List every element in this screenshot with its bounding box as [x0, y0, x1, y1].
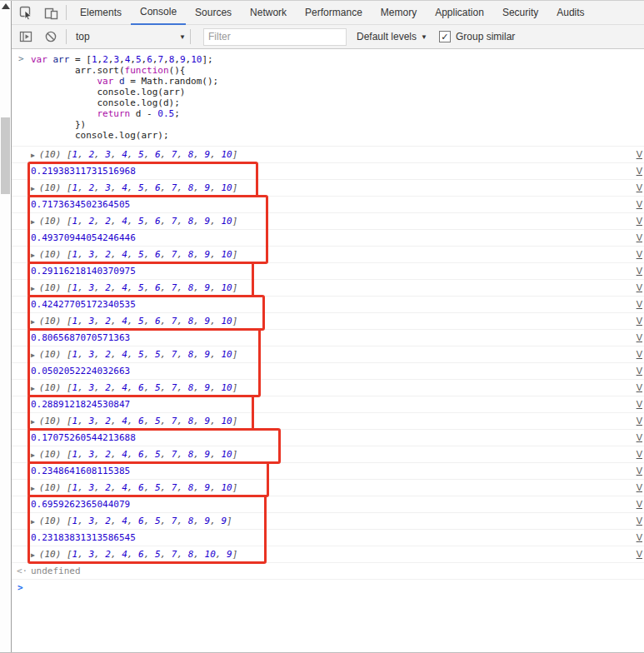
- source-link[interactable]: V: [637, 530, 642, 546]
- expand-triangle-icon[interactable]: ▶: [31, 247, 35, 263]
- code-line: return d - 0.5;: [31, 108, 644, 119]
- source-link[interactable]: V: [637, 263, 642, 279]
- source-link[interactable]: V: [637, 396, 642, 412]
- source-link[interactable]: V: [637, 297, 642, 312]
- source-link[interactable]: V: [637, 247, 642, 262]
- code-line: console.log(arr);: [31, 130, 644, 141]
- tab-performance[interactable]: Performance: [296, 1, 372, 25]
- filter-input[interactable]: [203, 28, 347, 46]
- log-levels-dropdown[interactable]: Default levels ▼: [357, 31, 427, 42]
- input-chevron-icon: >: [18, 53, 24, 64]
- source-link[interactable]: V: [637, 346, 642, 362]
- console-log-array: ▶(10) [1, 3, 2, 4, 5, 5, 7, 8, 9, 10]V: [12, 346, 644, 363]
- console-log-number: 0.2889121824530847V: [12, 396, 644, 413]
- toolbar-separator: [190, 29, 191, 44]
- page-scrollbar[interactable]: [0, 1, 12, 652]
- device-toolbar-icon: [44, 6, 58, 20]
- console-log-number: 0.7173634502364505V: [12, 197, 644, 213]
- tab-sources[interactable]: Sources: [186, 1, 241, 25]
- toggle-device-toolbar-button[interactable]: [40, 2, 62, 22]
- source-link[interactable]: V: [637, 230, 642, 246]
- devtools-tabbar: Elements Console Sources Network Perform…: [12, 1, 644, 25]
- tab-elements[interactable]: Elements: [71, 1, 131, 25]
- tab-audits[interactable]: Audits: [547, 1, 593, 25]
- source-link[interactable]: V: [637, 496, 642, 512]
- tab-network[interactable]: Network: [241, 1, 296, 25]
- console-log-array: ▶(10) [1, 3, 2, 4, 6, 5, 7, 8, 9, 10]V: [12, 380, 644, 396]
- result-arrow-icon: <·: [17, 563, 27, 579]
- console-log-number: 0.6959262365044079V: [12, 496, 644, 513]
- console-log-array: ▶(10) [1, 3, 2, 4, 5, 6, 7, 8, 9, 10]V: [12, 313, 644, 330]
- source-link[interactable]: V: [637, 180, 642, 196]
- source-link[interactable]: V: [637, 380, 642, 396]
- console-log-array: ▶(10) [1, 2, 3, 4, 5, 6, 7, 8, 9, 10]V: [12, 180, 644, 197]
- console-log-number: 0.2348641608115385V: [12, 463, 644, 480]
- code-line: arr.sort(function(){: [31, 65, 644, 76]
- show-console-sidebar-button[interactable]: [15, 27, 37, 47]
- source-link[interactable]: V: [637, 197, 642, 212]
- source-link[interactable]: V: [637, 280, 642, 296]
- console-toolbar: top ▼ Default levels ▼ ✓ Group similar: [12, 25, 644, 49]
- tab-application[interactable]: Application: [426, 1, 493, 25]
- source-link[interactable]: V: [637, 430, 642, 446]
- console-log-array: ▶(10) [1, 3, 2, 4, 6, 5, 7, 8, 9, 9]V: [12, 513, 644, 530]
- console-input-echo: > var arr = [1,2,3,4,5,6,7,8,9,10]; arr.…: [12, 49, 644, 147]
- source-link[interactable]: V: [637, 413, 642, 429]
- source-link[interactable]: V: [637, 446, 642, 462]
- devtools-window: Elements Console Sources Network Perform…: [0, 0, 644, 653]
- expand-triangle-icon[interactable]: ▶: [31, 381, 35, 396]
- source-link[interactable]: V: [637, 147, 642, 162]
- clear-console-button[interactable]: [40, 27, 62, 47]
- expand-triangle-icon[interactable]: ▶: [31, 281, 35, 297]
- expand-triangle-icon[interactable]: ▶: [31, 547, 35, 563]
- expand-triangle-icon[interactable]: ▶: [31, 147, 35, 163]
- source-link[interactable]: V: [637, 213, 642, 229]
- tab-console[interactable]: Console: [131, 1, 186, 25]
- source-link[interactable]: V: [637, 313, 642, 329]
- group-similar-toggle[interactable]: ✓ Group similar: [439, 31, 515, 42]
- expand-triangle-icon[interactable]: ▶: [31, 414, 35, 430]
- context-selector[interactable]: top ▼: [76, 31, 186, 42]
- scroll-up-arrow-icon[interactable]: [2, 3, 10, 9]
- source-link[interactable]: V: [637, 163, 642, 179]
- expand-triangle-icon[interactable]: ▶: [31, 181, 35, 197]
- inspect-element-button[interactable]: [15, 2, 37, 22]
- console-log-number: 0.17075260544213688V: [12, 430, 644, 446]
- tab-memory[interactable]: Memory: [372, 1, 426, 25]
- console-log-number: 0.29116218140370975V: [12, 263, 644, 280]
- console-messages-pane: > var arr = [1,2,3,4,5,6,7,8,9,10]; arr.…: [12, 49, 644, 652]
- source-link[interactable]: V: [637, 363, 642, 379]
- devtools-panel: Elements Console Sources Network Perform…: [12, 1, 644, 652]
- expand-triangle-icon[interactable]: ▶: [31, 214, 35, 230]
- scrollbar-thumb[interactable]: [1, 117, 10, 194]
- expand-triangle-icon[interactable]: ▶: [31, 514, 35, 530]
- context-selected-label: top: [76, 31, 90, 42]
- group-similar-checkbox[interactable]: ✓: [439, 31, 451, 42]
- console-log-number: 0.0502052224032663V: [12, 363, 644, 380]
- console-log-array: ▶(10) [1, 3, 2, 4, 6, 5, 7, 8, 9, 10]V: [12, 480, 644, 496]
- expand-triangle-icon[interactable]: ▶: [31, 447, 35, 463]
- source-link[interactable]: V: [637, 480, 642, 496]
- source-link[interactable]: V: [637, 330, 642, 346]
- code-line: var d = Math.random();: [31, 76, 644, 87]
- console-result-row: <· undefined: [12, 563, 644, 580]
- tab-security[interactable]: Security: [493, 1, 547, 25]
- source-link[interactable]: V: [637, 546, 642, 562]
- console-input-code: var arr = [1,2,3,4,5,6,7,8,9,10]; arr.so…: [31, 54, 644, 141]
- source-link[interactable]: V: [637, 513, 642, 529]
- expand-triangle-icon[interactable]: ▶: [31, 481, 35, 496]
- console-log-array: ▶(10) [1, 3, 2, 4, 6, 5, 7, 8, 9, 10]V: [12, 413, 644, 430]
- expand-triangle-icon[interactable]: ▶: [31, 347, 35, 363]
- code-line: console.log(d);: [31, 97, 644, 108]
- console-log-number: 0.23183831313586545V: [12, 530, 644, 546]
- console-log-array: ▶(10) [1, 3, 2, 4, 6, 5, 7, 8, 10, 9]V: [12, 546, 644, 563]
- expand-triangle-icon[interactable]: ▶: [31, 314, 35, 330]
- group-similar-label: Group similar: [456, 31, 515, 42]
- console-prompt-row[interactable]: >: [12, 580, 644, 596]
- inspect-cursor-icon: [19, 6, 33, 20]
- source-link[interactable]: V: [637, 463, 642, 479]
- console-log-array: ▶(10) [1, 3, 2, 4, 5, 6, 7, 8, 9, 10]V: [12, 280, 644, 297]
- code-line: var arr = [1,2,3,4,5,6,7,8,9,10];: [31, 54, 644, 65]
- console-messages: ▶(10) [1, 2, 3, 4, 5, 6, 7, 8, 9, 10]V0.…: [12, 147, 644, 563]
- console-log-number: 0.8065687070571363V: [12, 330, 644, 346]
